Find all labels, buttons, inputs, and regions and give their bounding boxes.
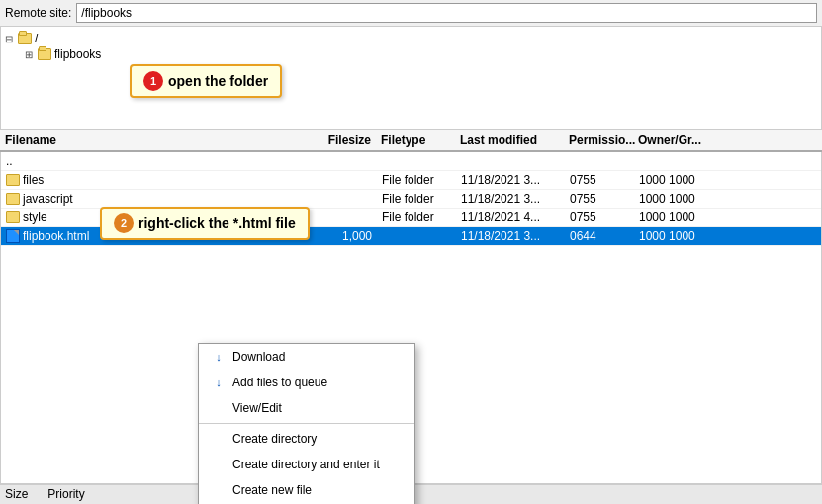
col-header-perms[interactable]: Permissio...	[564, 133, 633, 147]
table-row[interactable]: style File folder 11/18/2021 4... 0755 1…	[1, 209, 821, 227]
menu-item-view-edit-label: View/Edit	[232, 401, 282, 415]
file-area: Filename Filesize Filetype Last modified…	[0, 130, 822, 504]
context-menu: ↓ Download ↓ Add files to queue View/Edi…	[198, 343, 415, 504]
col-header-owner[interactable]: Owner/Gr...	[633, 133, 722, 147]
menu-item-create-file-label: Create new file	[232, 483, 312, 497]
tooltip2-text: right-click the *.html file	[138, 215, 296, 231]
file-name: javascript	[23, 192, 73, 206]
root-folder-icon	[18, 33, 32, 44]
file-owner-cell: 1000 1000	[634, 210, 723, 224]
remote-site-input[interactable]	[76, 3, 817, 23]
file-perms-cell: 0755	[565, 210, 634, 224]
menu-item-add-queue[interactable]: ↓ Add files to queue	[199, 370, 414, 395]
file-owner-cell: 1000 1000	[634, 229, 723, 243]
tree-flipbooks-item[interactable]: ⊞ flipbooks	[5, 46, 817, 62]
col-header-filesize[interactable]: Filesize	[307, 133, 376, 147]
menu-item-create-file[interactable]: Create new file	[199, 477, 414, 503]
create-dir-icon	[211, 431, 227, 447]
menu-item-add-queue-label: Add files to queue	[232, 376, 327, 389]
menu-item-download-label: Download	[232, 350, 285, 364]
expand-icon: ⊟	[5, 34, 15, 44]
table-row[interactable]: files File folder 11/18/2021 3... 0755 1…	[1, 171, 821, 190]
col-header-filename[interactable]: Filename	[0, 133, 307, 147]
file-name: flipbook.html	[23, 229, 89, 243]
flipbooks-folder-icon	[38, 48, 51, 60]
file-lastmod-cell: 11/18/2021 3...	[456, 192, 565, 206]
tree-root-item[interactable]: ⊟ /	[5, 31, 817, 46]
file-type-cell: File folder	[377, 210, 456, 224]
file-lastmod-cell: 11/18/2021 3...	[456, 173, 565, 187]
table-row[interactable]: ..	[1, 152, 821, 171]
tooltip1-text: open the folder	[168, 73, 268, 89]
menu-item-create-dir-enter-label: Create directory and enter it	[232, 458, 380, 471]
file-tree-panel: ⊟ / ⊞ flipbooks 1 open the folder	[0, 27, 822, 130]
html-file-icon	[6, 229, 20, 243]
view-edit-icon	[211, 400, 227, 416]
file-owner-cell: 1000 1000	[634, 173, 723, 187]
file-perms-cell: 0755	[565, 173, 634, 187]
file-name: style	[23, 210, 47, 224]
folder-icon	[6, 193, 20, 205]
remote-site-label: Remote site:	[5, 6, 71, 20]
main-window: Remote site: ⊟ / ⊞ flipbooks 1 open the …	[0, 0, 822, 504]
file-owner-cell: 1000 1000	[634, 192, 723, 206]
file-lastmod-cell: 11/18/2021 3...	[456, 229, 565, 243]
create-file-icon	[211, 482, 227, 498]
dotdot-label: ..	[6, 154, 13, 168]
file-type-cell: File folder	[377, 192, 456, 206]
menu-item-download[interactable]: ↓ Download	[199, 344, 414, 370]
folder-icon	[6, 174, 20, 186]
queue-priority-label: Priority	[47, 487, 84, 502]
file-type-cell: File folder	[377, 173, 456, 187]
download-icon: ↓	[211, 349, 227, 365]
menu-item-create-dir[interactable]: Create directory	[199, 426, 414, 452]
column-headers: Filename Filesize Filetype Last modified…	[0, 130, 822, 152]
menu-item-create-dir-label: Create directory	[232, 432, 317, 446]
queue-size-label: Size	[5, 487, 28, 502]
file-perms-cell: 0644	[565, 229, 634, 243]
file-perms-cell: 0755	[565, 192, 634, 206]
menu-separator-1	[199, 423, 414, 424]
add-queue-icon: ↓	[211, 375, 227, 390]
tree-root-label: /	[35, 32, 38, 45]
col-header-lastmod[interactable]: Last modified	[455, 133, 564, 147]
step-badge-2: 2	[114, 213, 134, 233]
tree-flipbooks-label: flipbooks	[54, 47, 101, 61]
menu-item-create-dir-enter[interactable]: Create directory and enter it	[199, 452, 414, 477]
expand-icon-2: ⊞	[25, 49, 35, 60]
remote-site-bar: Remote site:	[0, 0, 822, 27]
col-header-filetype[interactable]: Filetype	[376, 133, 455, 147]
menu-item-view-edit[interactable]: View/Edit	[199, 395, 414, 421]
tooltip-right-click: 2 right-click the *.html file	[100, 207, 310, 240]
tooltip-open-folder: 1 open the folder	[130, 64, 282, 98]
file-lastmod-cell: 11/18/2021 4...	[456, 210, 565, 224]
file-name: files	[23, 173, 44, 187]
step-badge-1: 1	[143, 71, 163, 91]
create-dir-enter-icon	[211, 457, 227, 472]
folder-icon	[6, 211, 20, 223]
file-size-cell: 1,000	[308, 229, 377, 243]
